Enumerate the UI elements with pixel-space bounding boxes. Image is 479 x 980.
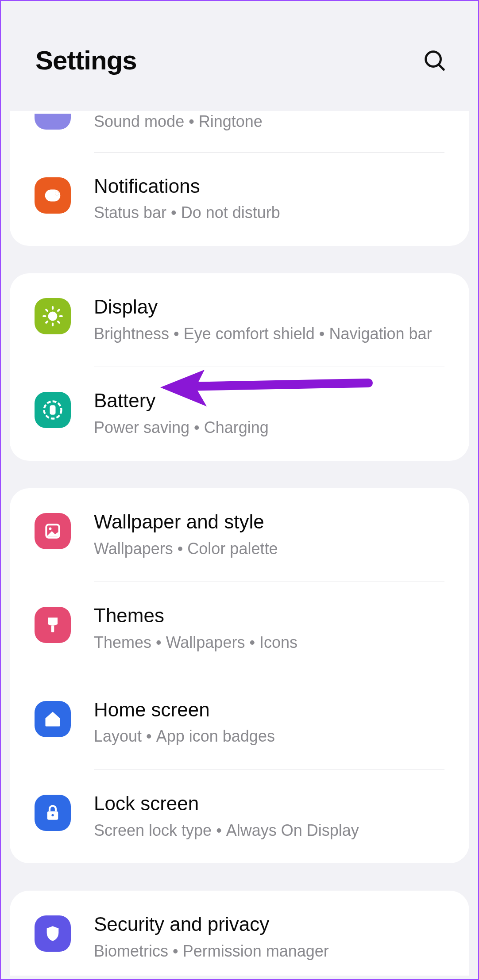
settings-item-homescreen[interactable]: Home screen Layout•App icon badges <box>10 676 469 769</box>
item-subtitle: Layout•App icon badges <box>94 726 444 747</box>
search-button[interactable] <box>422 48 447 73</box>
item-title: Battery <box>94 389 444 413</box>
notifications-icon <box>35 177 71 214</box>
settings-group: Sound mode•Ringtone Notifications Status… <box>10 111 469 246</box>
item-title: Display <box>94 295 444 319</box>
display-icon <box>35 298 71 334</box>
shield-icon <box>35 915 71 952</box>
svg-point-4 <box>55 191 59 195</box>
item-title: Security and privacy <box>94 913 444 936</box>
item-title: Home screen <box>94 698 444 722</box>
settings-item-themes[interactable]: Themes Themes•Wallpapers•Icons <box>10 582 469 675</box>
wallpaper-icon <box>35 513 71 549</box>
battery-icon <box>35 392 71 428</box>
item-subtitle: Screen lock type•Always On Display <box>94 820 444 842</box>
svg-point-17 <box>49 527 52 530</box>
svg-rect-2 <box>45 189 61 201</box>
svg-point-20 <box>51 814 54 816</box>
item-subtitle: Themes•Wallpapers•Icons <box>94 632 444 654</box>
settings-item-notifications[interactable]: Notifications Status bar•Do not disturb <box>10 153 469 246</box>
svg-line-12 <box>46 322 47 323</box>
settings-item-security[interactable]: Security and privacy Biometrics•Permissi… <box>10 891 469 975</box>
settings-item-sounds[interactable]: Sound mode•Ringtone <box>10 111 469 152</box>
svg-line-1 <box>439 65 444 69</box>
themes-icon <box>35 607 71 643</box>
svg-rect-15 <box>51 406 55 414</box>
svg-point-5 <box>49 313 57 320</box>
item-subtitle: Status bar•Do not disturb <box>94 202 444 224</box>
item-title: Wallpaper and style <box>94 510 444 534</box>
svg-line-13 <box>58 310 59 311</box>
settings-item-display[interactable]: Display Brightness•Eye comfort shield•Na… <box>10 273 469 367</box>
search-icon <box>423 49 447 73</box>
item-title: Notifications <box>94 175 444 198</box>
item-title: Lock screen <box>94 792 444 815</box>
settings-group: Wallpaper and style Wallpapers•Color pal… <box>10 488 469 864</box>
home-icon <box>35 701 71 737</box>
svg-line-9 <box>58 322 59 323</box>
item-subtitle: Wallpapers•Color palette <box>94 538 444 560</box>
settings-group: Security and privacy Biometrics•Permissi… <box>10 891 469 975</box>
header: Settings <box>1 1 478 111</box>
item-subtitle: Sound mode•Ringtone <box>94 111 444 133</box>
page-title: Settings <box>35 45 137 76</box>
sounds-icon <box>35 114 71 130</box>
svg-line-8 <box>46 310 47 311</box>
settings-item-wallpaper[interactable]: Wallpaper and style Wallpapers•Color pal… <box>10 488 469 582</box>
settings-item-battery[interactable]: Battery Power saving•Charging <box>10 367 469 460</box>
settings-item-lockscreen[interactable]: Lock screen Screen lock type•Always On D… <box>10 770 469 863</box>
svg-rect-18 <box>51 626 54 632</box>
item-title: Themes <box>94 604 444 628</box>
lock-icon <box>35 795 71 831</box>
item-subtitle: Power saving•Charging <box>94 417 444 439</box>
item-subtitle: Brightness•Eye comfort shield•Navigation… <box>94 323 444 345</box>
item-subtitle: Biometrics•Permission manager <box>94 941 444 962</box>
settings-group: Display Brightness•Eye comfort shield•Na… <box>10 273 469 461</box>
